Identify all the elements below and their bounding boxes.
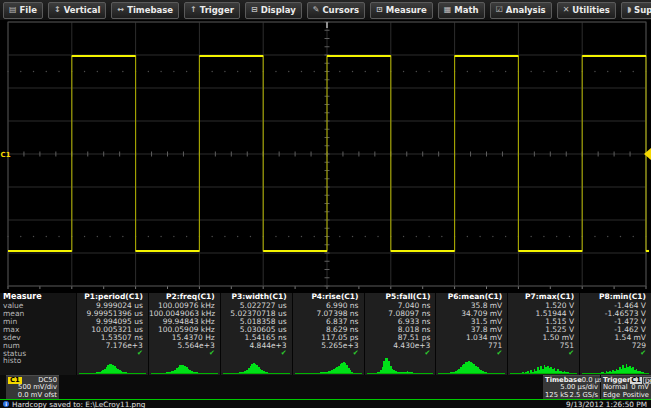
- row-label-measure: Measure: [0, 293, 76, 302]
- p1-num: 7.176e+3: [77, 342, 148, 350]
- menu-button-utilities[interactable]: ✕Utilities: [557, 2, 616, 19]
- menu-button-vertical[interactable]: ↕Vertical: [48, 2, 106, 19]
- p6-max: 37.8 mV: [436, 326, 507, 334]
- histogram-bar: [266, 372, 268, 373]
- p6-header[interactable]: P6:mean(C1): [436, 293, 507, 302]
- menu-button-support[interactable]: ◗Support: [621, 2, 651, 19]
- p7-sdev: 1.50 mV: [508, 334, 579, 342]
- menu-button-label: File: [20, 5, 37, 15]
- horizontal-arrows-icon: ↔: [117, 6, 124, 14]
- measure-column-p8: P8:min(C1)-1.464 V-1.46573 V-1.472 V-1.4…: [580, 293, 651, 375]
- trigger-descriptor[interactable]: Trigger C1 DC Normal 0 mV Edge Positive: [601, 375, 651, 399]
- p2-min: 99.94843 kHz: [149, 318, 220, 326]
- p8-mean: -1.46573 V: [580, 310, 651, 318]
- grid-svg: C1: [0, 21, 651, 293]
- p1-header[interactable]: P1:period(C1): [77, 293, 148, 302]
- histogram-bar: [602, 372, 604, 373]
- p4-value: 6.990 ns: [293, 302, 364, 310]
- p5-header[interactable]: P5:fall(C1): [365, 293, 436, 302]
- p6-value: 35.8 mV: [436, 302, 507, 310]
- p4-status-check-icon: ✔: [293, 350, 364, 357]
- support-icon: ◗: [627, 6, 631, 14]
- status-message: Hardcopy saved to: E:\LeCroy11.png: [12, 400, 146, 408]
- menu-button-label: Trigger: [200, 5, 234, 15]
- p3-header[interactable]: P3:width(C1): [221, 293, 292, 302]
- p8-header[interactable]: P8:min(C1): [580, 293, 651, 302]
- trigger-time-marker[interactable]: [326, 22, 328, 28]
- p3-value: 5.022727 us: [221, 302, 292, 310]
- p2-num: 5.564e+3: [149, 342, 220, 350]
- histogram-bar: [196, 372, 198, 373]
- p5-value: 7.040 ns: [365, 302, 436, 310]
- p8-histogram: [582, 358, 649, 374]
- oscilloscope-screen: ▤File↕Vertical↔Timebase↑Trigger⊟Display✎…: [0, 0, 651, 408]
- p4-histogram: [295, 358, 362, 374]
- p2-max: 100.05909 kHz: [149, 326, 220, 334]
- menu-button-file[interactable]: ▤File: [3, 2, 43, 19]
- p3-status-check-icon: ✔: [221, 350, 292, 357]
- analysis-icon: ☑: [496, 6, 503, 14]
- p7-mean: 1.51944 V: [508, 310, 579, 318]
- status-bar: i Hardcopy saved to: E:\LeCroy11.png 9/1…: [0, 400, 651, 408]
- menu-button-analysis[interactable]: ☑Analysis: [490, 2, 552, 19]
- p7-value: 1.520 V: [508, 302, 579, 310]
- p6-mean: 34.709 mV: [436, 310, 507, 318]
- vertical-arrows-icon: ↕: [54, 6, 61, 14]
- p1-value: 9.999024 us: [77, 302, 148, 310]
- p5-histogram: [367, 358, 434, 374]
- menu-button-label: Support: [634, 5, 651, 15]
- measure-column-p2: P2:freq(C1)100.00976 kHz100.0049063 kHz9…: [149, 293, 220, 375]
- p4-num: 5.265e+3: [293, 342, 364, 350]
- menu-button-cursors[interactable]: ✎Cursors: [307, 2, 365, 19]
- p4-header[interactable]: P4:rise(C1): [293, 293, 364, 302]
- info-icon: i: [3, 401, 9, 407]
- cursors-icon: ✎: [313, 6, 320, 14]
- menu-button-trigger[interactable]: ↑Trigger: [184, 2, 240, 19]
- trigger-arrow-icon: ↑: [190, 6, 197, 14]
- display-icon: ⊟: [251, 6, 258, 14]
- channel-descriptor-c1[interactable]: C1 DC50 500 mV/div 0.0 mV ofst: [6, 375, 59, 399]
- timebase-rate: 2.5 GS/s: [570, 392, 598, 399]
- histogram-bar: [485, 372, 487, 373]
- measure-icon: ⊡: [376, 6, 383, 14]
- menu-button-measure[interactable]: ⊡Measure: [370, 2, 433, 19]
- p2-header[interactable]: P2:freq(C1): [149, 293, 220, 302]
- p2-sdev: 15.4370 Hz: [149, 334, 220, 342]
- c1-ground-marker[interactable]: C1: [1, 151, 11, 159]
- menu-button-label: Measure: [386, 5, 427, 15]
- p8-value: -1.464 V: [580, 302, 651, 310]
- waveform-grid[interactable]: C1: [0, 21, 651, 293]
- p2-value: 100.00976 kHz: [149, 302, 220, 310]
- p3-mean: 5.02370718 us: [221, 310, 292, 318]
- measure-column-p6: P6:mean(C1)35.8 mV34.709 mV31.5 mV37.8 m…: [436, 293, 507, 375]
- p1-mean: 9.99951396 us: [77, 310, 148, 318]
- measure-table: Measurevaluemeanminmaxsdevnumstatushisto…: [0, 293, 651, 375]
- measure-column-p7: P7:max(C1)1.520 V1.51944 V1.515 V1.525 V…: [508, 293, 579, 375]
- p6-num: 771: [436, 342, 507, 350]
- row-label-min: min: [0, 318, 76, 326]
- p7-max: 1.525 V: [508, 326, 579, 334]
- p1-sdev: 1.53507 ns: [77, 334, 148, 342]
- histogram-bar: [567, 372, 569, 373]
- menu-button-math[interactable]: ▦Math: [438, 2, 485, 19]
- status-message-wrap: i Hardcopy saved to: E:\LeCroy11.png: [0, 400, 566, 408]
- channel-offset: 0.0 mV ofst: [18, 392, 57, 399]
- timebase-descriptor[interactable]: Timebase 0.0 µs 5.00 µs/div 125 kS 2.5 G…: [543, 375, 600, 399]
- row-label-status: status: [0, 350, 76, 357]
- p1-max: 10.005321 us: [77, 326, 148, 334]
- menu-button-timebase[interactable]: ↔Timebase: [111, 2, 179, 19]
- row-label-num: num: [0, 342, 76, 350]
- p2-histogram: [151, 358, 218, 374]
- histogram-bar: [126, 372, 128, 373]
- p1-status-check-icon: ✔: [77, 350, 148, 357]
- p1-min: 9.994095 us: [77, 318, 148, 326]
- p6-min: 31.5 mV: [436, 318, 507, 326]
- p6-status-check-icon: ✔: [436, 350, 507, 357]
- status-datetime: 9/13/2012 1:26:50 PM: [566, 400, 651, 408]
- p7-header[interactable]: P7:max(C1): [508, 293, 579, 302]
- menu-button-display[interactable]: ⊟Display: [245, 2, 302, 19]
- p3-sdev: 1.54165 ns: [221, 334, 292, 342]
- trigger-slope: Positive: [623, 392, 649, 399]
- histogram-bar: [642, 372, 644, 373]
- histogram-bar: [527, 371, 529, 373]
